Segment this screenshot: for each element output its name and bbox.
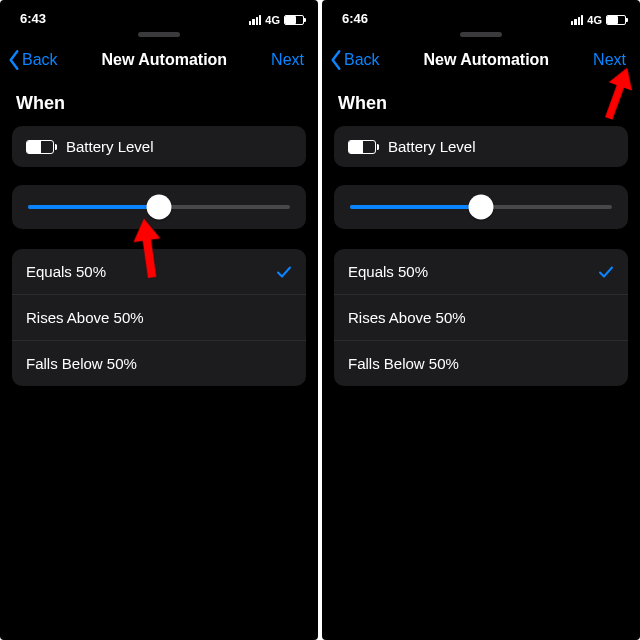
back-label: Back (22, 51, 58, 69)
section-when-label: When (0, 81, 318, 126)
chevron-left-icon (6, 49, 22, 71)
nav-bar: Back New Automation Next (0, 37, 318, 81)
option-label: Falls Below 50% (26, 355, 137, 372)
chevron-left-icon (328, 49, 344, 71)
status-bar: 6:46 4G (322, 0, 640, 28)
back-button[interactable]: Back (328, 49, 380, 71)
page-title: New Automation (424, 51, 550, 69)
status-time: 6:46 (342, 11, 368, 26)
condition-options: Equals 50% Rises Above 50% Falls Below 5… (12, 249, 306, 386)
condition-options: Equals 50% Rises Above 50% Falls Below 5… (334, 249, 628, 386)
check-icon (598, 264, 614, 280)
trigger-card[interactable]: Battery Level (334, 126, 628, 167)
section-when-label: When (322, 81, 640, 126)
battery-level-icon (26, 140, 54, 154)
status-bar: 6:43 4G (0, 0, 318, 28)
option-falls-below[interactable]: Falls Below 50% (334, 341, 628, 386)
option-equals[interactable]: Equals 50% (12, 249, 306, 295)
slider-fill (350, 205, 481, 209)
battery-slider[interactable] (28, 205, 290, 209)
battery-icon (606, 15, 626, 25)
status-right: 4G (571, 14, 626, 26)
trigger-label: Battery Level (388, 138, 476, 155)
signal-icon (571, 15, 583, 25)
option-equals[interactable]: Equals 50% (334, 249, 628, 295)
check-icon (276, 264, 292, 280)
trigger-label: Battery Level (66, 138, 154, 155)
trigger-card[interactable]: Battery Level (12, 126, 306, 167)
back-button[interactable]: Back (6, 49, 58, 71)
slider-thumb[interactable] (469, 195, 494, 220)
signal-icon (249, 15, 261, 25)
battery-icon (284, 15, 304, 25)
slider-thumb[interactable] (147, 195, 172, 220)
next-button[interactable]: Next (271, 51, 304, 69)
option-falls-below[interactable]: Falls Below 50% (12, 341, 306, 386)
status-time: 6:43 (20, 11, 46, 26)
option-label: Rises Above 50% (26, 309, 144, 326)
option-label: Falls Below 50% (348, 355, 459, 372)
back-label: Back (344, 51, 380, 69)
screenshot-left: 6:43 4G Back New Automation Next When Ba… (0, 0, 318, 640)
page-title: New Automation (102, 51, 228, 69)
next-button[interactable]: Next (593, 51, 626, 69)
nav-bar: Back New Automation Next (322, 37, 640, 81)
network-label: 4G (265, 14, 280, 26)
slider-card (12, 185, 306, 229)
screenshot-right: 6:46 4G Back New Automation Next When Ba… (322, 0, 640, 640)
slider-fill (28, 205, 159, 209)
option-rises-above[interactable]: Rises Above 50% (12, 295, 306, 341)
option-label: Equals 50% (348, 263, 428, 280)
battery-slider[interactable] (350, 205, 612, 209)
battery-level-icon (348, 140, 376, 154)
option-label: Equals 50% (26, 263, 106, 280)
option-rises-above[interactable]: Rises Above 50% (334, 295, 628, 341)
network-label: 4G (587, 14, 602, 26)
status-right: 4G (249, 14, 304, 26)
slider-card (334, 185, 628, 229)
option-label: Rises Above 50% (348, 309, 466, 326)
